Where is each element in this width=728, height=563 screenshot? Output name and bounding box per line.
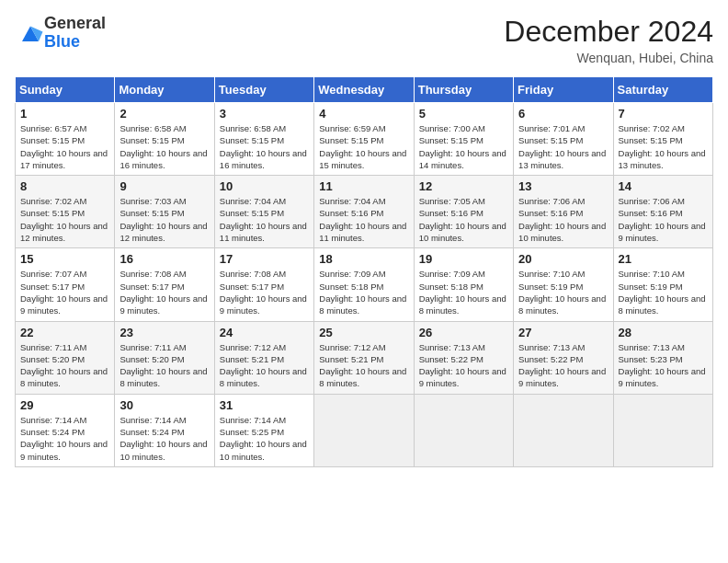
logo-general: General (44, 14, 106, 32)
cell-info: Sunrise: 7:11 AM Sunset: 5:20 PM Dayligh… (119, 341, 209, 390)
table-row: 22Sunrise: 7:11 AM Sunset: 5:20 PM Dayli… (16, 321, 115, 394)
cell-info: Sunrise: 7:02 AM Sunset: 5:15 PM Dayligh… (20, 195, 109, 244)
cell-info: Sunrise: 7:09 AM Sunset: 5:18 PM Dayligh… (419, 268, 508, 316)
day-number: 28 (619, 326, 708, 339)
cell-info: Sunrise: 7:08 AM Sunset: 5:17 PM Dayligh… (220, 268, 309, 316)
calendar-week-row: 8Sunrise: 7:02 AM Sunset: 5:15 PM Daylig… (16, 176, 713, 248)
day-number: 26 (419, 326, 508, 339)
day-number: 24 (220, 326, 309, 339)
cell-info: Sunrise: 6:59 AM Sunset: 5:15 PM Dayligh… (319, 122, 408, 171)
logo-blue: Blue (44, 32, 80, 51)
calendar-table: Sunday Monday Tuesday Wednesday Thursday… (15, 76, 713, 467)
header-saturday: Saturday (613, 77, 712, 103)
table-row: 17Sunrise: 7:08 AM Sunset: 5:17 PM Dayli… (214, 248, 313, 321)
table-row: 9Sunrise: 7:03 AM Sunset: 5:15 PM Daylig… (115, 176, 214, 248)
cell-info: Sunrise: 7:10 AM Sunset: 5:19 PM Dayligh… (619, 268, 708, 316)
day-number: 2 (119, 107, 209, 121)
month-title: December 2024 (504, 15, 713, 49)
day-number: 27 (518, 326, 608, 339)
title-block: December 2024 Wenquan, Hubei, China (504, 15, 713, 65)
cell-info: Sunrise: 7:13 AM Sunset: 5:22 PM Dayligh… (419, 341, 508, 390)
cell-info: Sunrise: 7:04 AM Sunset: 5:15 PM Dayligh… (220, 195, 309, 244)
table-row: 10Sunrise: 7:04 AM Sunset: 5:15 PM Dayli… (214, 176, 313, 248)
day-number: 20 (518, 252, 608, 266)
logo: General Blue (15, 15, 106, 52)
page-header: General Blue December 2024 Wenquan, Hube… (15, 15, 713, 65)
table-row: 27Sunrise: 7:13 AM Sunset: 5:22 PM Dayli… (514, 321, 613, 394)
day-number: 17 (220, 252, 309, 266)
calendar-week-row: 22Sunrise: 7:11 AM Sunset: 5:20 PM Dayli… (16, 321, 713, 394)
day-number: 23 (119, 326, 209, 339)
day-number: 19 (419, 252, 508, 266)
cell-info: Sunrise: 7:12 AM Sunset: 5:21 PM Dayligh… (319, 341, 408, 390)
cell-info: Sunrise: 7:02 AM Sunset: 5:15 PM Dayligh… (619, 122, 708, 171)
cell-info: Sunrise: 7:00 AM Sunset: 5:15 PM Dayligh… (419, 122, 508, 171)
day-number: 31 (220, 398, 309, 412)
cell-info: Sunrise: 7:07 AM Sunset: 5:17 PM Dayligh… (20, 268, 109, 316)
header-thursday: Thursday (414, 77, 513, 103)
day-number: 9 (119, 179, 209, 193)
day-number: 14 (619, 179, 708, 193)
cell-info: Sunrise: 6:58 AM Sunset: 5:15 PM Dayligh… (119, 122, 209, 171)
logo-icon (17, 19, 44, 47)
table-row: 30Sunrise: 7:14 AM Sunset: 5:24 PM Dayli… (115, 394, 214, 466)
day-number: 30 (119, 398, 209, 412)
cell-info: Sunrise: 7:03 AM Sunset: 5:15 PM Dayligh… (119, 195, 209, 244)
day-number: 15 (20, 252, 109, 266)
cell-info: Sunrise: 7:09 AM Sunset: 5:18 PM Dayligh… (319, 268, 408, 316)
day-number: 1 (20, 107, 109, 121)
cell-info: Sunrise: 7:04 AM Sunset: 5:16 PM Dayligh… (319, 195, 408, 244)
day-number: 7 (619, 107, 708, 121)
day-number: 25 (319, 326, 408, 339)
day-number: 29 (20, 398, 109, 412)
day-number: 16 (119, 252, 209, 266)
table-row: 11Sunrise: 7:04 AM Sunset: 5:16 PM Dayli… (314, 176, 414, 248)
cell-info: Sunrise: 7:06 AM Sunset: 5:16 PM Dayligh… (619, 195, 708, 244)
cell-info: Sunrise: 6:58 AM Sunset: 5:15 PM Dayligh… (220, 122, 309, 171)
day-number: 22 (20, 326, 109, 339)
cell-info: Sunrise: 7:14 AM Sunset: 5:24 PM Dayligh… (20, 414, 109, 463)
cell-info: Sunrise: 6:57 AM Sunset: 5:15 PM Dayligh… (20, 122, 109, 171)
table-row: 29Sunrise: 7:14 AM Sunset: 5:24 PM Dayli… (16, 394, 115, 466)
cell-info: Sunrise: 7:05 AM Sunset: 5:16 PM Dayligh… (419, 195, 508, 244)
cell-info: Sunrise: 7:10 AM Sunset: 5:19 PM Dayligh… (518, 268, 608, 316)
header-tuesday: Tuesday (214, 77, 313, 103)
table-row: 14Sunrise: 7:06 AM Sunset: 5:16 PM Dayli… (613, 176, 712, 248)
day-number: 21 (619, 252, 708, 266)
table-row: 5Sunrise: 7:00 AM Sunset: 5:15 PM Daylig… (414, 103, 513, 176)
cell-info: Sunrise: 7:13 AM Sunset: 5:23 PM Dayligh… (619, 341, 708, 390)
day-number: 8 (20, 179, 109, 193)
day-number: 3 (220, 107, 309, 121)
cell-info: Sunrise: 7:13 AM Sunset: 5:22 PM Dayligh… (518, 341, 608, 390)
table-row: 23Sunrise: 7:11 AM Sunset: 5:20 PM Dayli… (115, 321, 214, 394)
table-row: 21Sunrise: 7:10 AM Sunset: 5:19 PM Dayli… (613, 248, 712, 321)
table-row: 25Sunrise: 7:12 AM Sunset: 5:21 PM Dayli… (314, 321, 414, 394)
cell-info: Sunrise: 7:11 AM Sunset: 5:20 PM Dayligh… (20, 341, 109, 390)
cell-info: Sunrise: 7:06 AM Sunset: 5:16 PM Dayligh… (518, 195, 608, 244)
day-number: 10 (220, 179, 309, 193)
day-number: 12 (419, 179, 508, 193)
table-row: 24Sunrise: 7:12 AM Sunset: 5:21 PM Dayli… (214, 321, 313, 394)
table-row: 8Sunrise: 7:02 AM Sunset: 5:15 PM Daylig… (16, 176, 115, 248)
table-row: 7Sunrise: 7:02 AM Sunset: 5:15 PM Daylig… (613, 103, 712, 176)
table-row: 15Sunrise: 7:07 AM Sunset: 5:17 PM Dayli… (16, 248, 115, 321)
day-number: 5 (419, 107, 508, 121)
day-number: 13 (518, 179, 608, 193)
table-row: 1Sunrise: 6:57 AM Sunset: 5:15 PM Daylig… (16, 103, 115, 176)
table-row: 6Sunrise: 7:01 AM Sunset: 5:15 PM Daylig… (514, 103, 613, 176)
table-row: 12Sunrise: 7:05 AM Sunset: 5:16 PM Dayli… (414, 176, 513, 248)
day-number: 4 (319, 107, 408, 121)
calendar-week-row: 29Sunrise: 7:14 AM Sunset: 5:24 PM Dayli… (16, 394, 713, 466)
table-row (414, 394, 513, 466)
table-row: 31Sunrise: 7:14 AM Sunset: 5:25 PM Dayli… (214, 394, 313, 466)
table-row (314, 394, 414, 466)
calendar-header-row: Sunday Monday Tuesday Wednesday Thursday… (16, 77, 713, 103)
table-row: 20Sunrise: 7:10 AM Sunset: 5:19 PM Dayli… (514, 248, 613, 321)
cell-info: Sunrise: 7:14 AM Sunset: 5:25 PM Dayligh… (220, 414, 309, 463)
table-row: 13Sunrise: 7:06 AM Sunset: 5:16 PM Dayli… (514, 176, 613, 248)
calendar-week-row: 15Sunrise: 7:07 AM Sunset: 5:17 PM Dayli… (16, 248, 713, 321)
table-row: 4Sunrise: 6:59 AM Sunset: 5:15 PM Daylig… (314, 103, 414, 176)
table-row (613, 394, 712, 466)
day-number: 18 (319, 252, 408, 266)
day-number: 6 (518, 107, 608, 121)
